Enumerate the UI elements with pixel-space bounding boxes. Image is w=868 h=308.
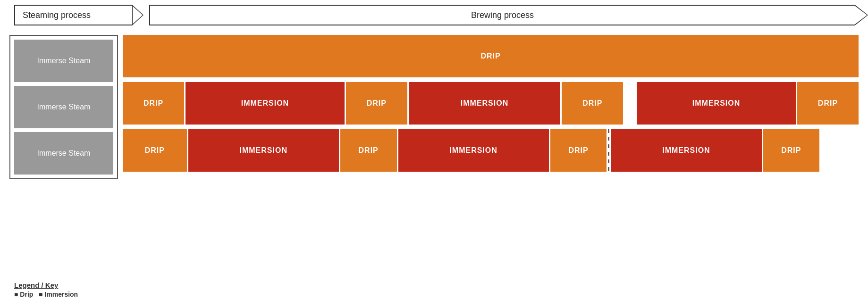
segment-immersion-2a: IMMERSION (185, 82, 345, 125)
segment-drip-2a: DRIP (123, 82, 184, 125)
timeline-panel: DRIP DRIP IMMERSION DRIP IMMERSION DRIP … (123, 35, 859, 179)
steaming-arrow-tip (132, 5, 143, 25)
segment-drip-2c: DRIP (562, 82, 623, 125)
main-container: Steaming process Brewing process Immerse… (0, 0, 868, 308)
timeline-row-1: DRIP (123, 35, 859, 77)
steam-box-2: Immerse Steam (14, 86, 113, 128)
segment-immersion-2b: IMMERSION (409, 82, 560, 125)
segment-drip-3a: DRIP (123, 129, 187, 172)
timeline-row-2: DRIP IMMERSION DRIP IMMERSION DRIP IMMER… (123, 82, 859, 125)
brewing-arrow-tip (855, 5, 868, 25)
steam-panel: Immerse Steam Immerse Steam Immerse Stea… (9, 35, 118, 179)
segment-drip-3c: DRIP (550, 129, 607, 172)
brewing-label: Brewing process (149, 5, 855, 25)
steam-box-3: Immerse Steam (14, 132, 113, 175)
footer-line2: ■ Drip ■ Immersion (14, 290, 78, 299)
segment-drip-3d: DRIP (763, 129, 820, 172)
brewing-arrow-tip-inner (855, 6, 867, 24)
steaming-arrow: Steaming process (14, 5, 143, 25)
segment-drip-2b: DRIP (346, 82, 407, 125)
segment-immersion-3c: IMMERSION (611, 129, 761, 172)
segment-drip-2d: DRIP (797, 82, 859, 125)
row2-gap (624, 82, 635, 125)
row3-end-gap (821, 129, 859, 172)
footer-line1: Legend / Key (14, 281, 78, 290)
steam-box-1: Immerse Steam (14, 40, 113, 82)
footer: Legend / Key ■ Drip ■ Immersion (14, 281, 78, 299)
segment-immersion-3a: IMMERSION (188, 129, 339, 172)
segment-immersion-2c: IMMERSION (637, 82, 796, 125)
timeline-row-3: DRIP IMMERSION DRIP IMMERSION DRIP IMMER… (123, 129, 859, 172)
steaming-arrow-tip-inner (133, 6, 143, 24)
segment-drip-3b: DRIP (340, 129, 397, 172)
main-content: Immerse Steam Immerse Steam Immerse Stea… (0, 35, 868, 179)
segment-drip: DRIP (123, 35, 859, 77)
header-row: Steaming process Brewing process (0, 0, 868, 30)
dashed-separator (608, 129, 609, 172)
brewing-arrow: Brewing process (149, 5, 868, 25)
steaming-label: Steaming process (14, 5, 132, 25)
segment-immersion-3b: IMMERSION (398, 129, 549, 172)
